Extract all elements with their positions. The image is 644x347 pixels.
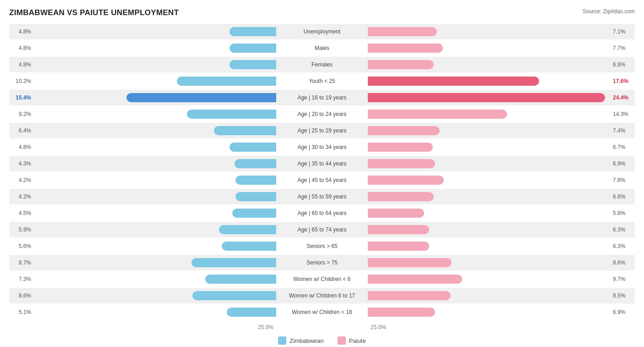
right-bar <box>368 60 434 69</box>
right-bar <box>368 110 507 119</box>
right-bar <box>368 93 605 102</box>
left-value: 4.2% <box>9 177 33 183</box>
right-value: 9.7% <box>611 276 635 282</box>
chart-bars: 4.8% Unemployment 7.1% 4.8% Males 7.7% 4… <box>9 24 635 320</box>
left-value: 4.5% <box>9 210 33 216</box>
bar-row: 4.3% Age | 35 to 44 years 6.9% <box>9 156 635 171</box>
left-bar <box>235 159 276 168</box>
left-bar-container <box>33 27 276 36</box>
right-bar <box>368 258 452 267</box>
left-bar <box>235 176 276 185</box>
left-value: 4.8% <box>9 61 33 68</box>
right-value: 8.5% <box>611 292 635 299</box>
bar-row: 4.5% Age | 60 to 64 years 5.8% <box>9 205 635 221</box>
right-bar <box>368 159 435 168</box>
bar-row: 4.8% Age | 30 to 34 years 6.7% <box>9 139 635 155</box>
left-bar <box>177 77 276 86</box>
left-value: 10.2% <box>9 78 33 84</box>
left-bar <box>229 60 276 69</box>
bar-label: Unemployment <box>276 28 368 35</box>
left-bar <box>187 110 276 119</box>
bar-row: 4.8% Unemployment 7.1% <box>9 24 635 39</box>
left-value: 6.4% <box>9 127 33 134</box>
left-bar <box>205 275 276 284</box>
left-bar-container <box>33 192 276 201</box>
left-value: 4.8% <box>9 144 33 150</box>
left-bar-container <box>33 44 276 53</box>
legend: Zimbabwean Paiute <box>9 336 635 345</box>
right-value: 6.8% <box>611 61 635 68</box>
right-bar-container <box>368 110 611 119</box>
bar-row: 7.3% Women w/ Children < 6 9.7% <box>9 271 635 287</box>
right-value: 6.7% <box>611 144 635 150</box>
scale-row: 25.0% 25.0% <box>9 322 635 333</box>
right-value: 8.6% <box>611 259 635 266</box>
bar-row: 5.1% Women w/ Children < 18 6.9% <box>9 304 635 320</box>
bar-row: 10.2% Youth < 25 17.6% <box>9 73 635 89</box>
left-bar-container <box>33 60 276 69</box>
bar-label: Age | 25 to 29 years <box>276 127 368 134</box>
bar-label: Age | 30 to 34 years <box>276 144 368 150</box>
bar-label: Seniors > 65 <box>276 243 368 249</box>
chart-container: ZIMBABWEAN VS PAIUTE UNEMPLOYMENT Source… <box>0 0 644 347</box>
right-bar <box>368 242 429 251</box>
bar-row: 4.2% Age | 45 to 54 years 7.8% <box>9 172 635 188</box>
left-bar <box>227 308 276 317</box>
left-bar-container <box>33 159 276 168</box>
right-bar <box>368 27 437 36</box>
right-bar-container <box>368 225 611 234</box>
right-bar <box>368 143 433 152</box>
left-bar-container <box>33 110 276 119</box>
scale-left-label: 25.0% <box>33 324 276 330</box>
bar-row: 5.9% Age | 65 to 74 years 6.3% <box>9 222 635 237</box>
legend-item-paiute: Paiute <box>338 336 366 345</box>
left-value: 5.1% <box>9 309 33 315</box>
left-bar <box>222 242 276 251</box>
right-bar <box>368 291 451 300</box>
right-bar <box>368 308 435 317</box>
chart-source: Source: ZipAtlas.com <box>583 8 635 15</box>
right-bar-container <box>368 176 611 185</box>
right-bar <box>368 77 539 86</box>
right-value: 14.3% <box>611 111 635 117</box>
bar-row: 8.7% Seniors > 75 8.6% <box>9 255 635 270</box>
legend-item-zimbabwean: Zimbabwean <box>278 336 323 345</box>
bar-row: 6.4% Age | 25 to 29 years 7.4% <box>9 123 635 138</box>
left-bar-container <box>33 126 276 135</box>
left-bar-container <box>33 176 276 185</box>
right-value: 6.3% <box>611 226 635 233</box>
right-bar <box>368 44 443 53</box>
right-value: 24.4% <box>611 94 635 101</box>
bar-label: Males <box>276 45 368 51</box>
right-bar-container <box>368 291 611 300</box>
right-value: 7.7% <box>611 45 635 51</box>
left-bar <box>229 27 276 36</box>
right-bar <box>368 275 462 284</box>
left-value: 5.9% <box>9 226 33 233</box>
chart-header: ZIMBABWEAN VS PAIUTE UNEMPLOYMENT Source… <box>9 8 635 17</box>
left-bar-container <box>33 291 276 300</box>
right-bar-container <box>368 27 611 36</box>
left-value: 9.2% <box>9 111 33 117</box>
right-bar-container <box>368 192 611 201</box>
left-bar <box>235 192 276 201</box>
bar-row: 8.6% Women w/ Children 6 to 17 8.5% <box>9 288 635 303</box>
right-bar-container <box>368 159 611 168</box>
right-value: 7.4% <box>611 127 635 134</box>
left-value: 4.2% <box>9 193 33 200</box>
left-value: 4.8% <box>9 45 33 51</box>
right-bar-container <box>368 44 611 53</box>
bar-label: Age | 60 to 64 years <box>276 210 368 216</box>
left-bar <box>229 143 276 152</box>
bar-row: 4.2% Age | 55 to 59 years 6.8% <box>9 189 635 204</box>
bar-label: Women w/ Children < 18 <box>276 309 368 315</box>
right-bar-container <box>368 60 611 69</box>
right-bar <box>368 225 429 234</box>
bar-label: Age | 20 to 24 years <box>276 111 368 117</box>
legend-box-paiute <box>338 336 346 345</box>
left-bar-container <box>33 143 276 152</box>
bar-label: Age | 55 to 59 years <box>276 193 368 200</box>
right-bar <box>368 209 424 218</box>
left-bar-container <box>33 77 276 86</box>
right-bar <box>368 192 434 201</box>
